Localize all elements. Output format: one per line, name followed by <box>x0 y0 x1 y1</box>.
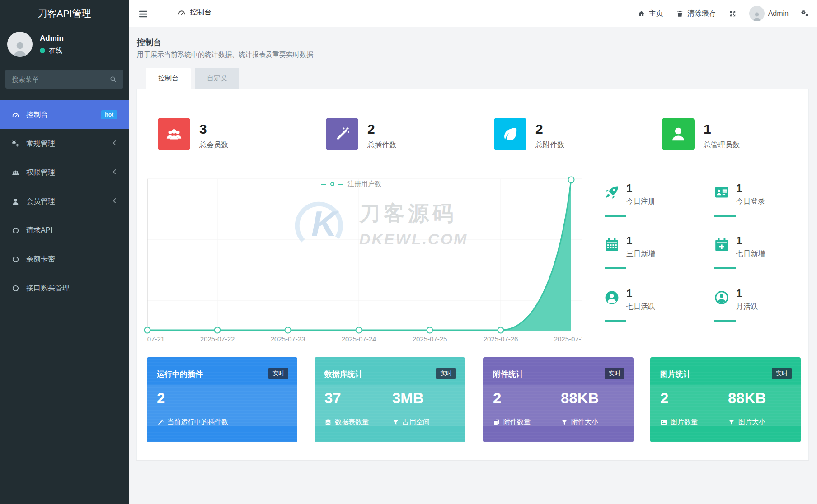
card-label: 附件数量 <box>503 418 531 426</box>
user-circle-o-icon <box>714 289 730 308</box>
sidebar-item-label: 权限管理 <box>26 168 55 177</box>
registered-users-chart: 注册用户数 <box>141 174 582 346</box>
x-axis-label: 2025-07-24 <box>342 335 376 343</box>
area-chart-svg <box>141 174 582 346</box>
sidebar-item-label: 常规管理 <box>26 139 55 149</box>
sidebar-item-permissions[interactable]: 权限管理 <box>0 158 129 187</box>
sidebar-item-label: 接口购买管理 <box>26 284 70 293</box>
breadcrumb-label: 控制台 <box>190 8 211 17</box>
sidebar-user-panel: Admin 在线 <box>7 32 64 57</box>
stat-label: 总会员数 <box>199 140 228 150</box>
user-circle-icon <box>604 289 620 308</box>
gauge-icon <box>11 111 20 119</box>
sidebar-item-api-purchase[interactable]: 接口购买管理 <box>0 274 129 303</box>
breadcrumb: 控制台 <box>178 8 211 17</box>
card-label: 当前运行中的插件数 <box>167 418 228 426</box>
card-label: 图片数量 <box>671 418 698 426</box>
search-icon[interactable] <box>109 75 117 83</box>
gauge-icon <box>178 9 186 17</box>
chart-legend[interactable]: 注册用户数 <box>321 180 381 188</box>
copy-icon <box>493 419 500 426</box>
menu-toggle-icon[interactable] <box>138 8 149 21</box>
quick-stat-value: 1 <box>626 287 632 300</box>
quick-stat-label: 今日注册 <box>626 197 655 206</box>
user-name: Admin <box>40 34 64 43</box>
users-icon <box>158 118 190 150</box>
card-value: 2 <box>660 390 668 407</box>
page-title: 控制台 <box>137 37 161 48</box>
rocket-icon <box>604 184 620 203</box>
user-status: 在线 <box>49 47 62 55</box>
topbar-avatar <box>749 6 765 21</box>
stat-value: 1 <box>704 121 740 137</box>
realtime-badge: 实时 <box>772 368 792 379</box>
sidebar-item-dashboard[interactable]: 控制台 hot <box>0 100 129 129</box>
stat-value: 2 <box>535 121 564 137</box>
user-icon <box>11 198 20 205</box>
quick-stat-value: 1 <box>626 182 632 195</box>
quick-stat-7day-active: 1 七日活跃 <box>604 287 709 336</box>
card-title: 图片统计 <box>660 369 691 379</box>
calendar-icon <box>604 236 620 255</box>
sidebar: 刀客API管理 Admin 在线 控制台 hot 常规 <box>0 0 129 504</box>
app-title: 刀客API管理 <box>0 0 129 27</box>
quick-stat-value: 1 <box>736 182 742 195</box>
accent-underline <box>714 320 736 322</box>
circle-icon <box>11 256 20 263</box>
sidebar-item-balance-cards[interactable]: 余额卡密 <box>0 245 129 274</box>
image-icon <box>660 419 667 426</box>
quick-stat-label: 三日新增 <box>626 249 655 259</box>
calendar-plus-icon <box>714 236 730 255</box>
leaf-icon <box>494 118 526 150</box>
x-axis-label: 2025-07-27 <box>554 335 582 343</box>
card-image-stats: 图片统计 实时 2 88KB 图片数量 图片大小 <box>650 357 801 442</box>
hot-badge: hot <box>101 110 117 119</box>
user-menu[interactable]: Admin <box>749 6 789 21</box>
stat-total-members: 3 总会员数 <box>158 118 228 150</box>
x-axis-label: 07-21 <box>147 335 164 343</box>
sidebar-item-general[interactable]: 常规管理 <box>0 129 129 158</box>
quick-stat-3day-new: 1 三日新增 <box>604 234 709 283</box>
realtime-badge: 实时 <box>605 368 624 379</box>
database-icon <box>324 419 332 426</box>
clear-cache-link[interactable]: 清除缓存 <box>676 9 716 19</box>
quick-stat-label: 七日新增 <box>736 249 765 259</box>
chevron-left-icon <box>111 197 118 206</box>
avatar <box>7 32 33 57</box>
chevron-left-icon <box>111 139 118 148</box>
tab-custom[interactable]: 自定义 <box>195 68 239 89</box>
accent-underline <box>714 267 736 269</box>
x-axis-label: 2025-07-26 <box>484 335 518 343</box>
stat-total-attachments: 2 总附件数 <box>494 118 564 150</box>
home-link[interactable]: 主页 <box>638 9 663 19</box>
sidebar-item-label: 余额卡密 <box>26 255 55 264</box>
accent-underline <box>605 267 626 269</box>
online-status-dot <box>40 48 45 53</box>
card-label: 占用空间 <box>403 418 430 426</box>
sidebar-item-request-api[interactable]: 请求API <box>0 216 129 245</box>
topbar-username: Admin <box>768 9 789 18</box>
users-icon <box>11 169 20 177</box>
filter-icon <box>728 419 735 426</box>
stat-label: 总插件数 <box>367 140 396 150</box>
settings-button[interactable] <box>801 10 809 18</box>
search-input[interactable] <box>5 75 109 83</box>
legend-label: 注册用户数 <box>347 180 381 188</box>
filter-icon <box>561 419 568 426</box>
main-content: 控制台 用于展示当前系统中的统计数据、统计报表及重要实时数据 控制台 自定义 3… <box>129 27 817 504</box>
card-label: 附件大小 <box>571 418 598 426</box>
fullscreen-button[interactable] <box>729 10 737 18</box>
card-value: 88KB <box>728 390 766 407</box>
x-axis-label: 2025-07-23 <box>271 335 305 343</box>
tab-dashboard[interactable]: 控制台 <box>146 68 191 89</box>
page-subtitle: 用于展示当前系统中的统计数据、统计报表及重要实时数据 <box>137 51 313 59</box>
circle-icon <box>11 285 20 292</box>
stat-value: 3 <box>199 121 228 137</box>
accent-underline <box>605 320 626 322</box>
accent-underline <box>605 215 626 217</box>
sidebar-item-members[interactable]: 会员管理 <box>0 187 129 216</box>
home-icon <box>638 10 645 18</box>
tab-bar: 控制台 自定义 <box>146 68 239 89</box>
card-value: 88KB <box>561 390 599 407</box>
stat-label: 总附件数 <box>535 140 564 150</box>
